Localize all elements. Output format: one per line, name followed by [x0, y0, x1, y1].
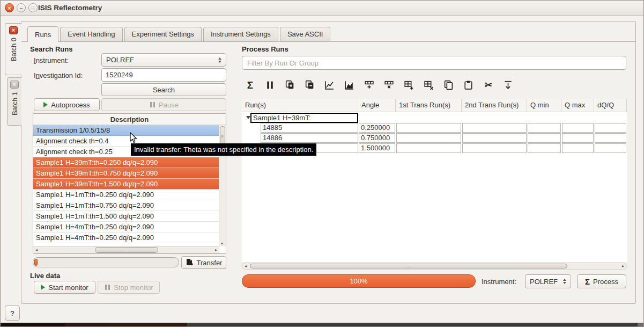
column-header[interactable]: 2nd Trans Run(s): [462, 99, 527, 112]
delete-group-icon[interactable]: [422, 77, 435, 93]
column-header[interactable]: 1st Trans Run(s): [396, 99, 462, 112]
cell-qmin[interactable]: [528, 143, 561, 153]
add-group-icon[interactable]: [283, 77, 297, 93]
column-header[interactable]: Run(s): [242, 99, 358, 112]
cell-run[interactable]: 14885: [261, 123, 358, 133]
sum-icon[interactable]: Σ: [243, 77, 257, 93]
batch-tab-label: Batch 1: [11, 92, 19, 115]
filter-input[interactable]: Filter By Run Or Group: [242, 56, 626, 70]
remove-group-icon[interactable]: [303, 77, 316, 93]
cell-dqq[interactable]: [595, 133, 626, 143]
process-runs-title: Process Runs: [242, 45, 288, 53]
scrollbar-thumb[interactable]: ⋯: [250, 264, 567, 268]
sum-icon: Σ: [585, 278, 590, 286]
cell-dqq[interactable]: [595, 123, 626, 133]
pause-icon[interactable]: [263, 77, 277, 93]
scroll-down-icon[interactable]: ▾: [221, 241, 223, 246]
cell-dqq[interactable]: [595, 143, 626, 153]
cell-angle[interactable]: 0.250000: [359, 123, 395, 133]
process-instrument-label: Instrument:: [482, 278, 516, 286]
column-header[interactable]: dQ/Q: [594, 99, 627, 112]
insert-row-icon[interactable]: [362, 77, 376, 93]
scroll-left-icon[interactable]: ◂: [245, 264, 247, 268]
process-table-header: Run(s)Angle1st Trans Run(s)2nd Trans Run…: [242, 99, 627, 112]
copy-icon[interactable]: [442, 77, 455, 93]
pause-button[interactable]: Pause: [101, 98, 226, 111]
help-button[interactable]: ?: [5, 306, 20, 321]
cell-qmin[interactable]: [528, 123, 561, 133]
column-header[interactable]: Q max: [561, 99, 594, 112]
instrument-select[interactable]: POLREF: [101, 53, 226, 67]
cell-angle[interactable]: 1.500000: [359, 143, 395, 153]
window-minimize-button[interactable]: −: [17, 3, 26, 12]
scroll-right-icon[interactable]: ▸: [622, 264, 624, 268]
column-header[interactable]: Angle: [358, 99, 396, 112]
column-header[interactable]: Q min: [527, 99, 561, 112]
scroll-left-icon[interactable]: ◂: [35, 248, 38, 252]
plot-runs-icon[interactable]: [323, 77, 336, 93]
batch-tab-label: Batch 0: [10, 38, 18, 61]
cell-trans1[interactable]: [396, 123, 461, 133]
stop-monitor-button[interactable]: Stop monitor: [98, 281, 160, 294]
autoprocess-button[interactable]: Autoprocess: [34, 98, 100, 111]
cell-trans2[interactable]: [462, 143, 527, 153]
process-instrument-select[interactable]: POLREF: [525, 274, 571, 288]
batch-tab-0[interactable]: × Batch 0: [5, 23, 21, 75]
cut-icon[interactable]: ✂: [482, 77, 495, 93]
description-row[interactable]: Sample1 H=1mT:th=1.500 dq/q=2.090: [33, 211, 226, 222]
description-row[interactable]: Sample1 H=39mT:th=1.500 dq/q=2.090: [33, 179, 226, 190]
paste-icon[interactable]: [462, 77, 475, 93]
play-icon: [43, 102, 48, 107]
scroll-right-icon[interactable]: ▸: [215, 248, 217, 252]
cell-qmin[interactable]: [528, 133, 561, 143]
delete-row-icon[interactable]: [382, 77, 396, 93]
investigation-input[interactable]: 1520249: [101, 68, 226, 82]
scrollbar-thumb[interactable]: ⋯: [95, 247, 158, 253]
cell-trans1[interactable]: [396, 143, 461, 153]
spinner-icon[interactable]: [218, 57, 221, 63]
batch-close-icon[interactable]: ×: [9, 26, 18, 34]
cell-angle[interactable]: 0.750000: [359, 133, 395, 143]
transfer-button[interactable]: Transfer: [181, 256, 226, 269]
cell-qmax[interactable]: [562, 123, 594, 133]
tab-experiment-settings[interactable]: Experiment Settings: [124, 27, 202, 41]
process-button[interactable]: Σ Process: [577, 274, 626, 288]
table-row[interactable]: 148860.750000: [242, 133, 627, 143]
description-row[interactable]: Sample1 H=1mT:th=0.750 dq/q=2.090: [33, 200, 226, 211]
batch-tab-1[interactable]: × Batch 1: [7, 77, 21, 126]
cell-qmax[interactable]: [562, 143, 594, 153]
description-row[interactable]: Sample1 H=4mT:th=0.250 dq/q=2.090: [33, 222, 226, 232]
tab-instrument-settings[interactable]: Instrument Settings: [203, 27, 278, 41]
cell-trans2[interactable]: [462, 123, 527, 133]
tab-save-ascii[interactable]: Save ASCII: [280, 27, 330, 41]
spinner-icon[interactable]: [563, 279, 566, 284]
search-button[interactable]: Search: [101, 83, 226, 96]
group-name-cell[interactable]: Sample1 H=39mT:: [250, 113, 358, 123]
description-row[interactable]: Sample1 H=4mT:th=0.250 dq/q=2.090: [33, 232, 226, 243]
search-runs-title: Search Runs: [30, 45, 72, 53]
expand-triangle-icon[interactable]: [246, 116, 250, 119]
window-maximize-button[interactable]: □: [28, 3, 38, 12]
tab-runs[interactable]: Runs: [27, 26, 58, 42]
start-monitor-button[interactable]: Start monitor: [34, 281, 95, 294]
batch-close-icon[interactable]: ×: [10, 81, 19, 89]
description-column-header[interactable]: Description: [33, 114, 226, 125]
table-horizontal-scrollbar[interactable]: ◂ ⋯ ▸: [242, 263, 627, 270]
table-row[interactable]: 148850.250000: [242, 123, 627, 133]
group-row[interactable]: Sample1 H=39mT:: [242, 113, 627, 123]
cell-trans1[interactable]: [396, 133, 461, 143]
instrument-label: Instrument:: [34, 56, 69, 64]
cell-qmax[interactable]: [562, 133, 594, 143]
plot-groups-icon[interactable]: [343, 77, 356, 93]
collapse-groups-icon[interactable]: [501, 77, 515, 93]
cell-run[interactable]: 14886: [261, 133, 358, 143]
tab-event-handling[interactable]: Event Handling: [60, 27, 122, 41]
insert-group-icon[interactable]: [402, 77, 416, 93]
description-row[interactable]: Sample1 H=39mT:th=0.250 dq/q=2.090: [33, 157, 226, 168]
description-row[interactable]: Sample1 H=1mT:th=0.250 dq/q=2.090: [33, 190, 226, 200]
window-close-button[interactable]: ×: [5, 3, 14, 12]
description-horizontal-scrollbar[interactable]: ◂ ⋯ ▸: [33, 246, 219, 253]
transfer-progress-bar: [33, 257, 179, 267]
description-row[interactable]: Sample1 H=39mT:th=0.750 dq/q=2.090: [33, 168, 226, 179]
cell-trans2[interactable]: [462, 133, 527, 143]
